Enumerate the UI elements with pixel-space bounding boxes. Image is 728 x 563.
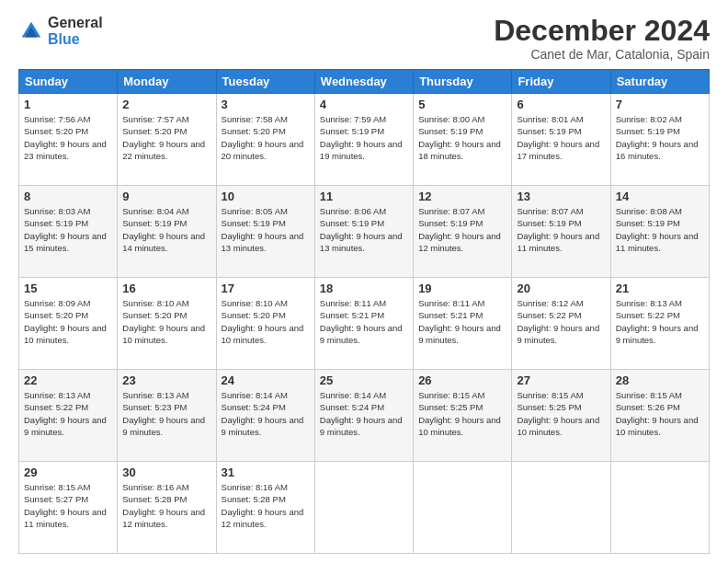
cell-info: Sunrise: 7:59 AMSunset: 5:19 PMDaylight:… xyxy=(320,114,403,161)
col-wednesday: Wednesday xyxy=(314,70,413,94)
cell-info: Sunrise: 8:01 AMSunset: 5:19 PMDaylight:… xyxy=(517,114,599,161)
calendar-cell xyxy=(610,462,709,554)
calendar-cell: 30Sunrise: 8:16 AMSunset: 5:28 PMDayligh… xyxy=(118,462,216,554)
calendar-cell: 23Sunrise: 8:13 AMSunset: 5:23 PMDayligh… xyxy=(118,370,216,462)
calendar-cell: 12Sunrise: 8:07 AMSunset: 5:19 PMDayligh… xyxy=(414,186,512,278)
day-number: 13 xyxy=(517,190,605,203)
calendar-cell: 16Sunrise: 8:10 AMSunset: 5:20 PMDayligh… xyxy=(118,278,216,370)
calendar-cell: 2Sunrise: 7:57 AMSunset: 5:20 PMDaylight… xyxy=(118,94,216,186)
day-number: 5 xyxy=(418,98,506,111)
day-number: 28 xyxy=(616,373,704,387)
cell-info: Sunrise: 7:58 AMSunset: 5:20 PMDaylight:… xyxy=(222,114,304,161)
calendar-cell: 13Sunrise: 8:07 AMSunset: 5:19 PMDayligh… xyxy=(512,186,610,278)
logo-blue-text: Blue xyxy=(48,31,103,48)
cell-info: Sunrise: 8:06 AMSunset: 5:19 PMDaylight:… xyxy=(320,206,403,253)
calendar-cell: 5Sunrise: 8:00 AMSunset: 5:19 PMDaylight… xyxy=(414,94,512,186)
cell-info: Sunrise: 8:13 AMSunset: 5:23 PMDaylight:… xyxy=(122,390,205,437)
day-number: 26 xyxy=(418,373,506,387)
day-number: 21 xyxy=(616,282,704,295)
cell-info: Sunrise: 8:04 AMSunset: 5:19 PMDaylight:… xyxy=(122,206,205,253)
cell-info: Sunrise: 8:15 AMSunset: 5:25 PMDaylight:… xyxy=(517,390,599,437)
col-monday: Monday xyxy=(118,70,216,94)
title-block: December 2024 Canet de Mar, Catalonia, S… xyxy=(494,15,710,62)
calendar-cell: 27Sunrise: 8:15 AMSunset: 5:25 PMDayligh… xyxy=(512,370,610,462)
calendar-cell: 29Sunrise: 8:15 AMSunset: 5:27 PMDayligh… xyxy=(19,462,118,554)
calendar-cell: 10Sunrise: 8:05 AMSunset: 5:19 PMDayligh… xyxy=(216,186,314,278)
logo-general-text: General xyxy=(48,15,103,31)
calendar-cell: 7Sunrise: 8:02 AMSunset: 5:19 PMDaylight… xyxy=(610,94,709,186)
calendar-cell: 25Sunrise: 8:14 AMSunset: 5:24 PMDayligh… xyxy=(314,370,413,462)
calendar-cell: 31Sunrise: 8:16 AMSunset: 5:28 PMDayligh… xyxy=(216,462,314,554)
week-row-4: 22Sunrise: 8:13 AMSunset: 5:22 PMDayligh… xyxy=(19,370,710,462)
calendar-cell xyxy=(512,462,610,554)
calendar-cell: 4Sunrise: 7:59 AMSunset: 5:19 PMDaylight… xyxy=(314,94,413,186)
day-number: 2 xyxy=(122,98,210,111)
calendar-header-row: Sunday Monday Tuesday Wednesday Thursday… xyxy=(19,70,710,94)
cell-info: Sunrise: 7:57 AMSunset: 5:20 PMDaylight:… xyxy=(122,114,205,161)
calendar-cell: 3Sunrise: 7:58 AMSunset: 5:20 PMDaylight… xyxy=(216,94,314,186)
calendar-cell: 26Sunrise: 8:15 AMSunset: 5:25 PMDayligh… xyxy=(414,370,512,462)
cell-info: Sunrise: 8:15 AMSunset: 5:25 PMDaylight:… xyxy=(418,390,501,437)
week-row-5: 29Sunrise: 8:15 AMSunset: 5:27 PMDayligh… xyxy=(19,462,710,554)
subtitle: Canet de Mar, Catalonia, Spain xyxy=(494,47,710,62)
cell-info: Sunrise: 8:05 AMSunset: 5:19 PMDaylight:… xyxy=(222,206,304,253)
calendar-table: Sunday Monday Tuesday Wednesday Thursday… xyxy=(18,69,710,554)
main-title: December 2024 xyxy=(494,15,710,47)
calendar-cell: 8Sunrise: 8:03 AMSunset: 5:19 PMDaylight… xyxy=(19,186,118,278)
col-sunday: Sunday xyxy=(19,70,118,94)
day-number: 4 xyxy=(320,98,408,111)
calendar-cell: 20Sunrise: 8:12 AMSunset: 5:22 PMDayligh… xyxy=(512,278,610,370)
day-number: 17 xyxy=(222,282,310,295)
day-number: 27 xyxy=(517,373,605,387)
cell-info: Sunrise: 8:02 AMSunset: 5:19 PMDaylight:… xyxy=(616,114,699,161)
day-number: 7 xyxy=(616,98,704,111)
day-number: 15 xyxy=(24,282,112,295)
calendar-cell: 17Sunrise: 8:10 AMSunset: 5:20 PMDayligh… xyxy=(216,278,314,370)
day-number: 30 xyxy=(122,465,210,479)
day-number: 24 xyxy=(222,373,310,387)
cell-info: Sunrise: 8:10 AMSunset: 5:20 PMDaylight:… xyxy=(122,298,205,345)
day-number: 25 xyxy=(320,373,408,387)
cell-info: Sunrise: 8:03 AMSunset: 5:19 PMDaylight:… xyxy=(24,206,107,253)
calendar-cell: 28Sunrise: 8:15 AMSunset: 5:26 PMDayligh… xyxy=(610,370,709,462)
calendar-cell: 22Sunrise: 8:13 AMSunset: 5:22 PMDayligh… xyxy=(19,370,118,462)
calendar-cell: 21Sunrise: 8:13 AMSunset: 5:22 PMDayligh… xyxy=(610,278,709,370)
cell-info: Sunrise: 8:11 AMSunset: 5:21 PMDaylight:… xyxy=(418,298,501,345)
cell-info: Sunrise: 8:12 AMSunset: 5:22 PMDaylight:… xyxy=(517,298,599,345)
cell-info: Sunrise: 8:16 AMSunset: 5:28 PMDaylight:… xyxy=(122,482,205,529)
day-number: 10 xyxy=(222,190,310,203)
calendar-cell: 19Sunrise: 8:11 AMSunset: 5:21 PMDayligh… xyxy=(414,278,512,370)
col-saturday: Saturday xyxy=(610,70,709,94)
cell-info: Sunrise: 8:10 AMSunset: 5:20 PMDaylight:… xyxy=(222,298,304,345)
logo-text: General Blue xyxy=(48,15,103,47)
day-number: 18 xyxy=(320,282,408,295)
day-number: 8 xyxy=(24,190,112,203)
day-number: 14 xyxy=(616,190,704,203)
calendar-cell: 15Sunrise: 8:09 AMSunset: 5:20 PMDayligh… xyxy=(19,278,118,370)
day-number: 12 xyxy=(418,190,506,203)
week-row-1: 1Sunrise: 7:56 AMSunset: 5:20 PMDaylight… xyxy=(19,94,710,186)
cell-info: Sunrise: 8:08 AMSunset: 5:19 PMDaylight:… xyxy=(616,206,699,253)
cell-info: Sunrise: 8:15 AMSunset: 5:26 PMDaylight:… xyxy=(616,390,699,437)
calendar-cell xyxy=(314,462,413,554)
day-number: 20 xyxy=(517,282,605,295)
day-number: 29 xyxy=(24,465,112,479)
day-number: 23 xyxy=(122,373,210,387)
col-tuesday: Tuesday xyxy=(216,70,314,94)
page: General Blue December 2024 Canet de Mar,… xyxy=(0,0,728,563)
calendar-cell: 14Sunrise: 8:08 AMSunset: 5:19 PMDayligh… xyxy=(610,186,709,278)
col-thursday: Thursday xyxy=(414,70,512,94)
day-number: 31 xyxy=(222,465,310,479)
cell-info: Sunrise: 8:14 AMSunset: 5:24 PMDaylight:… xyxy=(320,390,403,437)
logo-icon xyxy=(18,18,44,44)
week-row-2: 8Sunrise: 8:03 AMSunset: 5:19 PMDaylight… xyxy=(19,186,710,278)
cell-info: Sunrise: 7:56 AMSunset: 5:20 PMDaylight:… xyxy=(24,114,107,161)
calendar-cell: 11Sunrise: 8:06 AMSunset: 5:19 PMDayligh… xyxy=(314,186,413,278)
logo: General Blue xyxy=(18,15,103,47)
day-number: 9 xyxy=(122,190,210,203)
cell-info: Sunrise: 8:07 AMSunset: 5:19 PMDaylight:… xyxy=(418,206,501,253)
day-number: 19 xyxy=(418,282,506,295)
day-number: 6 xyxy=(517,98,605,111)
calendar-cell: 1Sunrise: 7:56 AMSunset: 5:20 PMDaylight… xyxy=(19,94,118,186)
calendar-cell: 18Sunrise: 8:11 AMSunset: 5:21 PMDayligh… xyxy=(314,278,413,370)
